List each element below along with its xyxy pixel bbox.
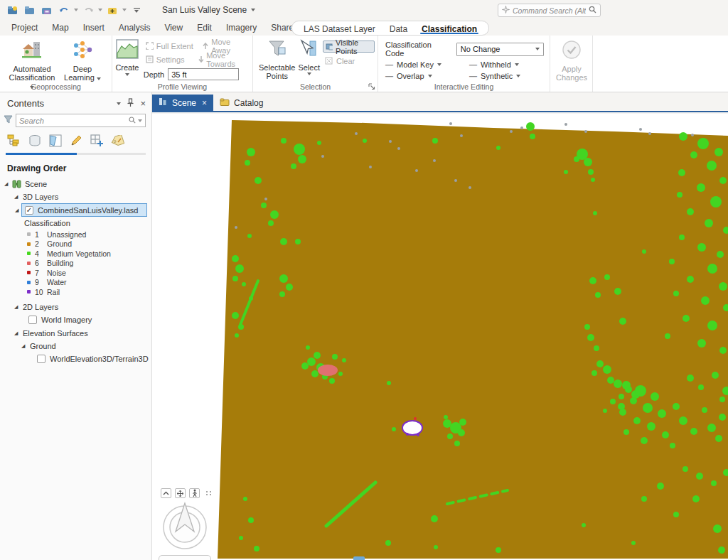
create-profile-button[interactable]: Create	[115, 38, 139, 80]
contextual-tab-classification[interactable]: Classification	[414, 21, 484, 35]
tree-item-elevation-surfaces[interactable]: ◢ Elevation Surfaces	[0, 327, 151, 340]
search-options-chevron-icon[interactable]	[138, 119, 142, 122]
settings-button[interactable]: Settings	[144, 53, 191, 65]
overlap-button[interactable]: —Overlap	[385, 72, 456, 80]
tree-item-scene[interactable]: ◢ Scene	[0, 178, 151, 190]
project-title[interactable]: San Luis Valley Scene	[162, 5, 255, 15]
contextual-tab-data[interactable]: Data	[382, 21, 414, 35]
tree-item-3d-layers[interactable]: ◢ 3D Layers	[0, 190, 151, 203]
view-tab-scene[interactable]: Scene×	[152, 95, 213, 111]
ribbon-tab-insert[interactable]: Insert	[76, 21, 112, 36]
tree-item-terrain3d[interactable]: WorldElevation3D/Terrain3D	[0, 352, 151, 366]
tree-item-world-imagery[interactable]: World Imagery	[0, 313, 151, 327]
view-tab-label: Catalog	[234, 98, 263, 108]
expand-icon[interactable]: ◢	[21, 343, 25, 349]
move-away-button[interactable]: Move Away	[200, 40, 250, 52]
vegetation-cluster	[582, 523, 586, 527]
depth-input[interactable]	[168, 68, 239, 80]
ribbon-tab-project[interactable]: Project	[4, 21, 45, 36]
add-data-menu-chevron-icon[interactable]	[122, 9, 127, 11]
bottom-widget[interactable]	[353, 556, 365, 560]
synthetic-button[interactable]: —Synthetic	[469, 72, 540, 80]
legend-label: Building	[47, 259, 73, 267]
new-project-icon[interactable]	[6, 3, 20, 17]
ribbon-tab-imagery[interactable]: Imagery	[219, 21, 264, 36]
clear-selection-button[interactable]: Clear	[323, 55, 375, 67]
select-button[interactable]: Select	[298, 38, 320, 80]
redo-icon[interactable]	[81, 3, 95, 17]
ribbon-tab-analysis[interactable]: Analysis	[112, 21, 158, 36]
pan-mode-icon[interactable]	[175, 488, 186, 498]
list-by-drawing-order-icon[interactable]	[7, 134, 21, 148]
legend-item-rail: 10Rail	[0, 287, 151, 297]
undo-icon[interactable]	[57, 3, 71, 17]
nav-drag-handle[interactable]	[206, 491, 212, 495]
pane-menu-chevron-icon[interactable]	[117, 102, 121, 105]
close-tab-icon[interactable]: ×	[202, 98, 207, 108]
vegetation-cluster	[387, 381, 391, 385]
expand-icon[interactable]: ◢	[4, 181, 8, 187]
collapse-nav-icon[interactable]	[161, 488, 171, 498]
ribbon-tab-edit[interactable]: Edit	[190, 21, 219, 36]
pin-icon[interactable]	[127, 98, 134, 109]
vegetation-cluster	[261, 203, 267, 208]
apply-changes-button[interactable]: Apply Changes	[553, 38, 590, 82]
open-project-icon[interactable]	[23, 3, 37, 17]
tree-item-lasd[interactable]: ◢ ✓ CombinedSanLuisValley.lasd	[0, 203, 151, 217]
command-search[interactable]	[498, 4, 601, 17]
funnel-icon	[267, 39, 288, 61]
view-tab-catalog[interactable]: Catalog	[213, 95, 269, 111]
tree-item-2d-layers[interactable]: ◢ 2D Layers	[0, 301, 151, 313]
compass-control[interactable]	[159, 500, 210, 551]
full-extent-button[interactable]: Full Extent	[144, 40, 196, 52]
vegetation-cluster	[697, 138, 709, 149]
contents-search-box[interactable]	[16, 114, 146, 127]
list-by-snapping-icon[interactable]	[90, 134, 104, 148]
list-by-labeling-icon[interactable]	[110, 134, 124, 148]
legend-item-noise: 7Noise	[0, 268, 151, 278]
layer-checkbox-unchecked[interactable]	[28, 316, 37, 324]
selected-layer-row[interactable]: ✓ CombinedSanLuisValley.lasd	[21, 203, 147, 217]
depth-label: Depth	[144, 70, 164, 79]
save-project-icon[interactable]	[40, 3, 54, 17]
walk-mode-icon[interactable]	[189, 488, 200, 498]
tree-item-ground[interactable]: ◢ Ground	[0, 340, 151, 352]
ribbon-tab-view[interactable]: View	[157, 21, 190, 36]
customize-quick-access-icon[interactable]	[129, 3, 144, 17]
expand-icon[interactable]: ◢	[14, 194, 18, 200]
selectable-points-button[interactable]: Selectable Points	[259, 38, 295, 80]
list-by-data-source-icon[interactable]	[28, 134, 42, 148]
command-search-input[interactable]	[513, 6, 586, 15]
scene-viewport[interactable]	[152, 114, 728, 560]
scale-pill[interactable]	[159, 555, 211, 560]
vegetation-cluster	[589, 277, 596, 284]
ribbon-tab-map[interactable]: Map	[45, 21, 75, 36]
legend-item-water: 9Water	[0, 278, 151, 288]
visible-points-button[interactable]: Visible Points	[323, 41, 375, 53]
filter-icon[interactable]	[4, 115, 13, 126]
undo-menu-chevron-icon[interactable]	[74, 9, 78, 11]
vegetation-cluster	[657, 483, 664, 490]
contents-search-input[interactable]	[19, 117, 127, 125]
layer-checkbox-unchecked[interactable]	[37, 355, 46, 363]
add-data-icon[interactable]	[105, 3, 119, 17]
vegetation-cluster	[279, 291, 285, 297]
expand-icon[interactable]: ◢	[15, 208, 18, 213]
vegetation-cluster	[591, 178, 595, 182]
classification-code-dropdown[interactable]: No Change	[456, 43, 544, 56]
list-by-editing-icon[interactable]	[69, 134, 83, 148]
layer-checkbox-checked[interactable]: ✓	[25, 206, 33, 215]
close-pane-icon[interactable]: ×	[140, 98, 146, 109]
lidar-point-cloud[interactable]	[152, 114, 728, 560]
move-towards-button[interactable]: Move Towards	[196, 53, 250, 65]
redo-menu-chevron-icon[interactable]	[98, 9, 102, 11]
model-key-chevron-icon	[437, 63, 441, 66]
list-by-selection-icon[interactable]	[48, 134, 63, 148]
expand-icon[interactable]: ◢	[14, 330, 18, 336]
expand-icon[interactable]: ◢	[14, 304, 18, 310]
contextual-tab-las-dataset-layer[interactable]: LAS Dataset Layer	[296, 21, 382, 35]
model-key-button[interactable]: —Model Key	[385, 60, 456, 69]
deep-learning-chevron-icon	[97, 77, 101, 80]
vegetation-cluster	[641, 496, 647, 502]
withheld-button[interactable]: —Withheld	[469, 60, 540, 69]
